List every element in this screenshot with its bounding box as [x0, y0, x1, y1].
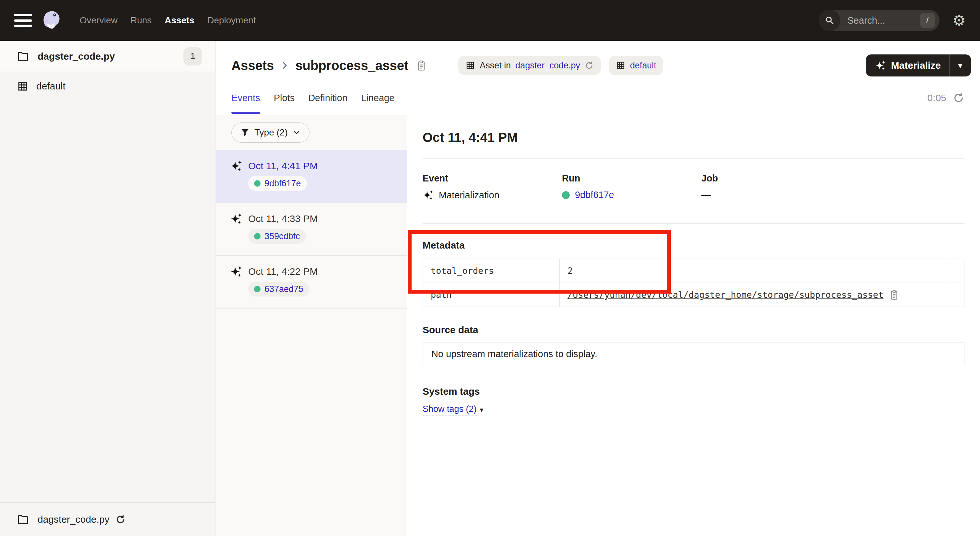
sidebar-footer-code-location: dagster_code.py: [0, 502, 215, 536]
show-tags-toggle[interactable]: Show tags (2) ▾: [423, 404, 484, 415]
nav-runs[interactable]: Runs: [130, 15, 152, 25]
hamburger-menu-icon[interactable]: [14, 14, 32, 27]
funnel-icon: [240, 128, 250, 137]
nav-assets[interactable]: Assets: [165, 15, 194, 25]
show-tags-label: Show tags (2): [423, 404, 477, 415]
source-data-empty-message: No upstream materializations to display.: [431, 349, 597, 359]
top-navigation-bar: Overview Runs Assets Deployment Search..…: [0, 0, 980, 41]
dagster-octopus-icon: [40, 8, 63, 33]
materialization-sparkle-icon: [230, 213, 242, 225]
sidebar-item-default-group[interactable]: default: [0, 72, 215, 100]
event-list-item[interactable]: Oct 11, 4:22 PM 637aed75: [216, 256, 407, 309]
materialize-button[interactable]: Materialize ▾: [866, 54, 971, 76]
reload-location-icon[interactable]: [585, 61, 594, 70]
search-shortcut-key: /: [920, 13, 935, 28]
asset-count-badge: 1: [183, 47, 202, 65]
event-type-value: Materialization: [439, 190, 500, 200]
asset-tabs-row: Events Plots Definition Lineage 0:05: [216, 81, 980, 115]
refresh-status: 0:05: [928, 92, 964, 104]
copy-asset-name-icon[interactable]: [415, 60, 427, 71]
search-placeholder: Search...: [848, 15, 920, 26]
job-column-label: Job: [701, 173, 964, 184]
main-content: Assets subprocess_asset Asset in dagster…: [216, 41, 980, 536]
asset-sidebar: dagster_code.py 1 default dagster_code.p…: [0, 41, 215, 536]
event-timestamp: Oct 11, 4:41 PM: [248, 161, 318, 172]
divider: [423, 223, 964, 224]
search-input[interactable]: Search... /: [819, 10, 940, 31]
event-list-panel: Type (2) Oct 11, 4:41 PM 9dbf617e: [216, 115, 407, 536]
asset-tabs: Events Plots Definition Lineage: [231, 81, 395, 115]
main-nav: Overview Runs Assets Deployment: [80, 15, 256, 25]
reload-code-location-icon[interactable]: [115, 514, 126, 525]
metadata-value: 2: [560, 259, 946, 283]
asset-badges: Asset in dagster_code.py default: [458, 56, 663, 75]
dagster-logo[interactable]: [40, 8, 63, 33]
caret-down-icon: ▾: [480, 406, 484, 414]
asset-page-header: Assets subprocess_asset Asset in dagster…: [216, 41, 980, 115]
refresh-icon[interactable]: [953, 92, 964, 104]
metadata-extra-cell: [946, 283, 964, 307]
asset-name-title: subprocess_asset: [295, 58, 408, 73]
grid-icon: [616, 60, 625, 70]
event-type-filter-button[interactable]: Type (2): [231, 122, 310, 143]
run-id-pill[interactable]: 637aed75: [248, 282, 309, 296]
grid-icon: [465, 60, 475, 70]
run-id-link: 637aed75: [264, 284, 303, 294]
event-filter-row: Type (2): [216, 115, 407, 150]
tab-plots[interactable]: Plots: [274, 81, 294, 115]
refresh-countdown: 0:05: [928, 92, 946, 103]
materialize-button-group: Materialize ▾: [866, 54, 971, 76]
nav-deployment[interactable]: Deployment: [207, 15, 256, 25]
run-id-pill[interactable]: 9dbf617e: [248, 176, 307, 191]
breadcrumb-assets-link[interactable]: Assets: [231, 58, 274, 73]
materialization-sparkle-icon: [423, 189, 434, 200]
run-id-link: 9dbf617e: [264, 178, 301, 189]
breadcrumb: Assets subprocess_asset: [231, 58, 427, 73]
event-column-label: Event: [423, 173, 562, 184]
event-detail-title: Oct 11, 4:41 PM: [423, 130, 964, 145]
asset-location-badge: Asset in dagster_code.py: [458, 56, 601, 75]
run-id-pill[interactable]: 359cdbfc: [248, 229, 306, 244]
sparkle-icon: [875, 60, 886, 71]
topbar-right: Search... / ⚙: [819, 10, 966, 31]
materialization-sparkle-icon: [230, 160, 242, 172]
metadata-extra-cell: [946, 259, 964, 283]
code-location-link[interactable]: dagster_code.py: [515, 60, 580, 71]
event-summary-columns: Event Materialization Run 9dbf617e: [423, 173, 964, 200]
event-list-item[interactable]: Oct 11, 4:33 PM 359cdbfc: [216, 203, 407, 256]
materialize-dropdown-caret[interactable]: ▾: [950, 60, 971, 70]
run-id-link[interactable]: 9dbf617e: [575, 189, 614, 200]
event-timestamp: Oct 11, 4:22 PM: [248, 266, 318, 277]
metadata-row: path /Users/yuhan/dev/local/dagster_home…: [423, 283, 964, 307]
metadata-table: total_orders 2 path /Users/yuhan/dev/loc…: [423, 259, 964, 307]
sidebar-item-code-location[interactable]: dagster_code.py 1: [0, 41, 215, 72]
asset-group-badge: default: [609, 56, 663, 75]
event-timestamp: Oct 11, 4:33 PM: [248, 213, 318, 224]
asset-in-label: Asset in: [480, 60, 511, 71]
events-content: Type (2) Oct 11, 4:41 PM 9dbf617e: [216, 115, 980, 536]
run-success-dot: [254, 180, 261, 187]
tab-lineage[interactable]: Lineage: [361, 81, 395, 115]
code-location-label: dagster_code.py: [38, 51, 115, 62]
settings-gear-icon[interactable]: ⚙: [953, 13, 966, 28]
metadata-key: total_orders: [423, 259, 560, 283]
event-list-item[interactable]: Oct 11, 4:41 PM 9dbf617e: [216, 150, 407, 203]
footer-code-location-label: dagster_code.py: [38, 514, 110, 525]
system-tags-heading: System tags: [423, 386, 964, 397]
job-value: —: [701, 189, 711, 200]
run-success-dot: [254, 286, 261, 292]
folder-icon: [17, 50, 29, 62]
filter-label: Type (2): [255, 127, 288, 138]
run-id-link: 359cdbfc: [264, 231, 300, 242]
tab-events[interactable]: Events: [231, 81, 260, 115]
metadata-heading: Metadata: [423, 240, 964, 251]
metadata-path-link[interactable]: /Users/yuhan/dev/local/dagster_home/stor…: [568, 290, 883, 300]
search-icon: [819, 10, 840, 31]
materialization-sparkle-icon: [230, 266, 242, 278]
asset-group-grid-icon: [17, 80, 29, 92]
copy-path-icon[interactable]: [889, 289, 900, 301]
tab-definition[interactable]: Definition: [308, 81, 347, 115]
nav-overview[interactable]: Overview: [80, 15, 118, 25]
event-detail-panel: Oct 11, 4:41 PM Event Materialization Ru…: [407, 115, 980, 536]
asset-group-link[interactable]: default: [630, 60, 656, 71]
